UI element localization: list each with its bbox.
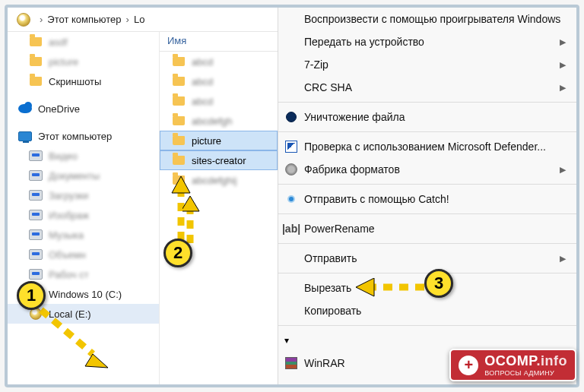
drive-icon (29, 170, 43, 181)
tree-item-onedrive[interactable]: OneDrive (8, 99, 159, 119)
shred-icon (286, 112, 297, 122)
drive-icon (29, 150, 43, 161)
column-header-name[interactable]: Имя (160, 32, 278, 52)
breadcrumb-drive[interactable]: Lo (134, 14, 144, 25)
menu-item-send[interactable]: Отправить▶ (278, 247, 576, 270)
separator (278, 213, 576, 214)
onedrive-icon (18, 104, 32, 113)
drive-icon (29, 269, 43, 280)
menu-item-powerrename[interactable]: |ab|PowerRename (278, 217, 576, 240)
separator (278, 184, 576, 185)
chevron-down-icon: ▾ (284, 335, 289, 346)
tree-item[interactable]: picture (8, 52, 159, 71)
shield-icon (285, 141, 297, 153)
breadcrumb-this-pc[interactable]: Этот компьютер (47, 14, 121, 25)
winrar-icon (285, 357, 297, 369)
folder-icon (173, 57, 185, 66)
menu-item-shred[interactable]: Уничтожение файла (278, 106, 576, 128)
menu-item-defender[interactable]: Проверка с использованием Microsoft Defe… (278, 135, 576, 158)
gear-icon (285, 163, 297, 175)
annotation-arrow-1 (33, 302, 117, 371)
plus-icon: + (459, 356, 478, 375)
svg-line-0 (41, 310, 93, 354)
chevron-right-icon: ▶ (560, 254, 566, 264)
folder-icon (173, 77, 185, 86)
svg-marker-7 (356, 278, 374, 296)
drive-icon (29, 249, 43, 260)
separator (278, 243, 576, 244)
tree-item[interactable]: Объемн (8, 245, 159, 264)
separator (278, 131, 576, 132)
separator (278, 102, 576, 103)
pc-icon (18, 131, 32, 141)
list-item[interactable]: abcdefgh (160, 111, 278, 131)
list-item-picture[interactable]: picture (160, 131, 278, 150)
chevron-right-icon: ▶ (560, 165, 566, 175)
catch-icon (287, 195, 295, 203)
chevron-right-icon: ▶ (560, 83, 566, 93)
list-item[interactable]: abcd (160, 71, 278, 91)
tree-item[interactable]: Документы (8, 166, 159, 185)
svg-marker-1 (85, 354, 108, 368)
list-item-sites-creator[interactable]: sites-creator (160, 150, 278, 170)
folder-icon (173, 96, 185, 106)
menu-item-format-factory[interactable]: Фабрика форматов▶ (278, 158, 576, 181)
menu-item-cast[interactable]: Передать на устройство▶ (278, 30, 576, 53)
list-item[interactable]: abcd (160, 52, 278, 71)
drive-icon (29, 190, 43, 201)
tree-item[interactable]: Видео (8, 146, 159, 166)
list-item[interactable]: abcd (160, 91, 278, 111)
chevron-right-icon: ▶ (560, 37, 566, 47)
tree-item[interactable]: Музыка (8, 225, 159, 245)
folder-icon (173, 116, 185, 125)
annotation-arrow-3 (351, 278, 435, 301)
folder-icon (30, 77, 42, 86)
drive-icon (29, 210, 43, 220)
chevron-right-icon[interactable]: › (40, 14, 43, 25)
menu-item-play[interactable]: Воспроизвести с помощью проигрывателя Wi… (278, 8, 576, 30)
annotation-badge-1: 1 (17, 281, 46, 310)
folder-icon (30, 57, 42, 66)
folder-icon (173, 136, 185, 145)
folder-icon (30, 37, 42, 46)
drive-icon (29, 229, 43, 240)
tree-item[interactable]: asdf (8, 32, 159, 52)
chevron-right-icon[interactable]: › (126, 14, 129, 25)
menu-item-crc[interactable]: CRC SHA▶ (278, 76, 576, 99)
tree-item-this-pc[interactable]: Этот компьютер (8, 126, 159, 146)
menu-item-catch[interactable]: Отправить с помощью Catch! (278, 188, 576, 210)
context-menu: Воспроизвести с помощью проигрывателя Wi… (278, 8, 576, 384)
svg-marker-3 (172, 176, 190, 193)
menu-item-copy[interactable]: Копировать (278, 299, 576, 322)
annotation-badge-2: 2 (163, 239, 192, 267)
chevron-right-icon: ▶ (560, 60, 566, 70)
powerrename-icon: |ab| (284, 222, 298, 236)
folder-icon (173, 156, 185, 165)
separator (278, 325, 576, 326)
menu-item-7zip[interactable]: 7-Zip▶ (278, 53, 576, 76)
tree-item-screenshots[interactable]: Скриншоты (8, 71, 159, 91)
svg-marker-5 (182, 196, 199, 211)
tree-item[interactable]: Изображ (8, 205, 159, 225)
tree-item[interactable]: Загрузки (8, 185, 159, 205)
watermark: + OCOMP.info ВОПРОСЫ АДМИНУ (449, 349, 576, 381)
annotation-badge-3: 3 (424, 269, 453, 298)
disc-icon (17, 13, 30, 27)
